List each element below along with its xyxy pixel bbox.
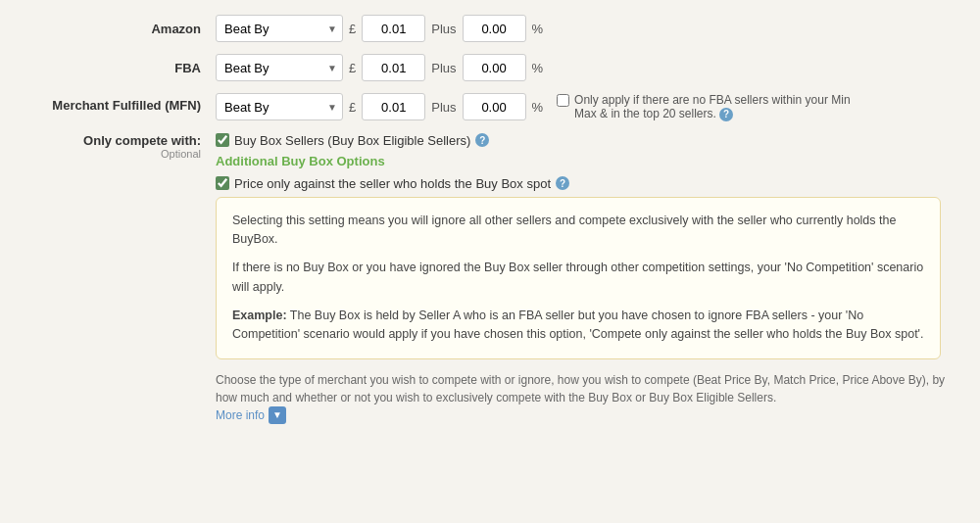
buy-box-sellers-row: Buy Box Sellers (Buy Box Eligible Seller… [216,133,960,148]
info-para3-text: The Buy Box is held by Seller A who is a… [232,309,923,341]
more-info-row: More info ▼ [216,406,960,424]
bottom-text-content: Choose the type of merchant you wish to … [216,373,945,404]
info-para3: Example: The Buy Box is held by Seller A… [232,307,924,345]
price-only-checkbox[interactable] [216,176,229,190]
mfn-controls: Beat By Match Price Price Above By ▼ £ P… [216,93,851,121]
amazon-select-wrapper: Beat By Match Price Price Above By ▼ [216,15,343,42]
price-only-help-icon[interactable]: ? [556,176,569,190]
fba-percent-input[interactable] [463,54,526,81]
price-only-label: Price only against the seller who holds … [234,176,551,191]
optional-label: Optional [20,148,201,160]
mfn-percent-input[interactable] [463,93,526,120]
fba-label: FBA [20,61,216,75]
info-para1: Selecting this setting means you will ig… [232,212,924,250]
fba-plus-label: Plus [431,61,456,75]
amazon-row: Amazon Beat By Match Price Price Above B… [20,15,960,42]
amazon-amount-input[interactable] [362,15,425,42]
mfn-percent-symbol: % [532,100,544,115]
mfn-amount-input[interactable] [362,93,425,120]
info-para2: If there is no Buy Box or you have ignor… [232,259,924,297]
fba-currency: £ [349,61,356,75]
amazon-controls: Beat By Match Price Price Above By ▼ £ P… [216,15,543,42]
amazon-plus-label: Plus [431,22,456,36]
only-compete-section: Only compete with: Optional Buy Box Sell… [20,133,960,424]
amazon-percent-symbol: % [532,22,544,36]
mfn-extra-row: Only apply if there are no FBA sellers w… [557,93,850,107]
fba-percent-symbol: % [532,61,544,75]
only-compete-content: Buy Box Sellers (Buy Box Eligible Seller… [216,133,960,424]
fba-select[interactable]: Beat By Match Price Price Above By [216,54,343,81]
only-compete-label: Only compete with: [83,133,201,148]
more-info-expand-icon[interactable]: ▼ [269,406,286,424]
info-box: Selecting this setting means you will ig… [216,197,941,359]
mfn-fba-checkbox[interactable] [557,94,569,107]
mfn-label: Merchant Fulfilled (MFN) [20,93,216,113]
mfn-help-icon[interactable]: ? [719,108,733,121]
info-para3-bold: Example: [232,309,287,322]
fba-amount-input[interactable] [362,54,425,81]
only-compete-label-col: Only compete with: Optional [20,133,216,160]
amazon-label: Amazon [20,22,216,36]
amazon-select[interactable]: Beat By Match Price Price Above By [216,15,343,42]
mfn-select-wrapper: Beat By Match Price Price Above By ▼ [216,93,343,120]
mfn-plus-label: Plus [431,100,456,115]
mfn-fba-checkbox-label: Only apply if there are no FBA sellers w… [574,93,850,107]
mfn-extra-second-line: Max & in the top 20 sellers. ? [557,107,733,121]
mfn-extra-info: Only apply if there are no FBA sellers w… [557,93,850,121]
price-only-row: Price only against the seller who holds … [216,176,960,191]
fba-row: FBA Beat By Match Price Price Above By ▼… [20,54,960,81]
additional-buy-box-link[interactable]: Additional Buy Box Options [216,154,960,168]
more-info-link[interactable]: More info [216,406,265,424]
bottom-text: Choose the type of merchant you wish to … [216,371,960,424]
mfn-select[interactable]: Beat By Match Price Price Above By [216,93,343,120]
amazon-currency: £ [349,22,356,36]
buy-box-sellers-help-icon[interactable]: ? [475,133,489,147]
buy-box-sellers-label: Buy Box Sellers (Buy Box Eligible Seller… [234,133,470,148]
amazon-percent-input[interactable] [463,15,526,42]
fba-controls: Beat By Match Price Price Above By ▼ £ P… [216,54,543,81]
mfn-row: Merchant Fulfilled (MFN) Beat By Match P… [20,93,960,121]
buy-box-sellers-checkbox[interactable] [216,133,229,147]
mfn-currency: £ [349,100,356,115]
fba-select-wrapper: Beat By Match Price Price Above By ▼ [216,54,343,81]
